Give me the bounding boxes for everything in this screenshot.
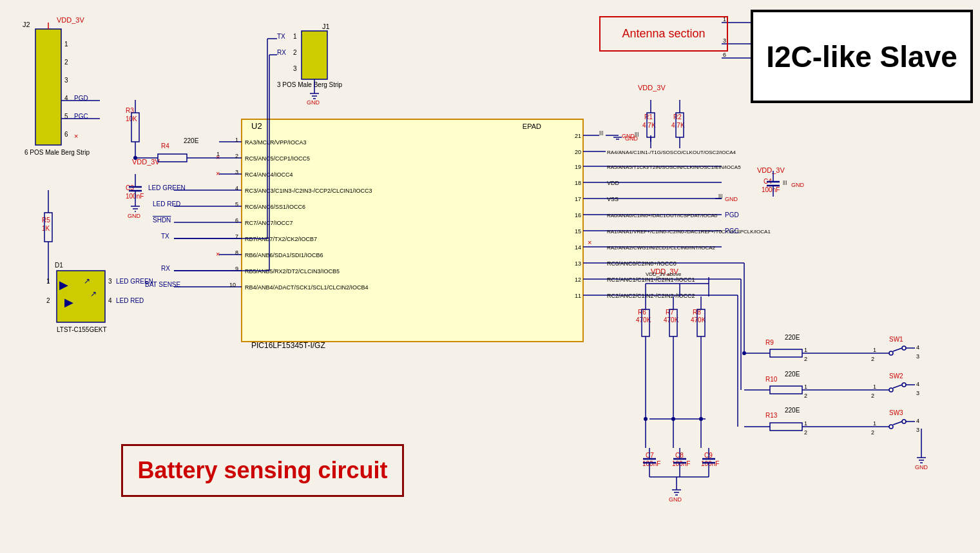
svg-text:1: 1 [64, 41, 68, 48]
svg-text:4: 4 [916, 418, 919, 424]
svg-text:17: 17 [575, 196, 581, 202]
svg-text:21: 21 [575, 133, 581, 139]
svg-text:LED RED: LED RED [153, 200, 180, 208]
svg-text:VDD_3V: VDD_3V [638, 84, 666, 92]
svg-text:4.7K: 4.7K [671, 122, 685, 129]
svg-text:3: 3 [293, 65, 297, 72]
svg-text:GND: GND [915, 464, 928, 471]
svg-text:R5: R5 [42, 217, 50, 224]
svg-point-304 [671, 417, 675, 421]
svg-text:EPAD: EPAD [523, 122, 541, 130]
svg-text:SW3: SW3 [889, 409, 903, 416]
svg-text:2: 2 [804, 356, 807, 362]
svg-text:470K: 470K [664, 316, 679, 324]
svg-text:12: 12 [575, 276, 581, 283]
svg-text:220E: 220E [785, 334, 800, 341]
svg-text:1: 1 [235, 137, 238, 143]
svg-text:SW2: SW2 [889, 373, 903, 380]
svg-text:GND: GND [669, 496, 682, 503]
svg-text:4: 4 [235, 185, 238, 191]
svg-text:|||: ||| [599, 130, 603, 135]
svg-text:R2: R2 [673, 113, 682, 121]
svg-text:RA3/MCLR/VPP/IOCA3: RA3/MCLR/VPP/IOCA3 [245, 139, 307, 146]
svg-text:18: 18 [575, 180, 581, 186]
svg-text:RX: RX [277, 49, 286, 56]
svg-text:R4: R4 [161, 142, 169, 150]
svg-text:×: × [216, 250, 220, 258]
svg-text:GND: GND [128, 213, 141, 219]
svg-rect-1 [242, 119, 583, 342]
svg-text:100nF: 100nF [126, 193, 144, 200]
svg-text:1K: 1K [42, 225, 50, 232]
svg-text:2: 2 [46, 297, 50, 304]
svg-text:2: 2 [293, 49, 297, 56]
battery-sensing-label: Battery sensing circuit [121, 444, 404, 497]
antenna-section-label: Antenna section [599, 16, 728, 52]
svg-text:PIC16LF15345T-I/GZ: PIC16LF15345T-I/GZ [251, 341, 325, 350]
svg-text:11: 11 [575, 293, 581, 299]
svg-text:GND: GND [625, 135, 639, 142]
svg-text:6: 6 [723, 52, 726, 58]
svg-text:1: 1 [873, 347, 876, 353]
svg-text:U2: U2 [251, 121, 262, 131]
svg-text:2: 2 [804, 429, 807, 436]
svg-text:LED RED: LED RED [116, 297, 144, 304]
svg-text:RC1/ANC1/C1IN1-/C2IN1-/IOCC1: RC1/ANC1/C1IN1-/C2IN1-/IOCC1 [607, 276, 695, 283]
svg-text:19: 19 [575, 164, 581, 170]
svg-point-302 [133, 156, 137, 160]
svg-text:3: 3 [916, 427, 919, 433]
svg-text:×: × [74, 132, 78, 140]
svg-text:SHDN: SHDN [153, 217, 171, 224]
svg-text:20: 20 [575, 149, 581, 155]
schematic-container: U2 PIC16LF15345T-I/GZ EPAD RA3/MCLR/VPP/… [0, 0, 980, 553]
svg-text:RB6/ANB6/SDA1/SDI1/IOCB6: RB6/ANB6/SDA1/SDI1/IOCB6 [245, 252, 323, 258]
svg-text:6 POS Male Berg Strip: 6 POS Male Berg Strip [24, 149, 90, 156]
svg-text:220E: 220E [785, 407, 800, 414]
svg-text:GND: GND [307, 99, 320, 106]
svg-text:VDD: VDD [607, 180, 620, 186]
svg-text:2: 2 [235, 153, 238, 159]
svg-text:J1: J1 [322, 23, 330, 30]
svg-text:100nF: 100nF [701, 460, 719, 467]
svg-text:TX: TX [277, 33, 285, 40]
svg-point-305 [699, 417, 703, 421]
svg-text:VDD_3V above: VDD_3V above [646, 271, 682, 277]
svg-text:↗: ↗ [90, 289, 97, 298]
svg-text:6: 6 [64, 131, 68, 138]
svg-text:3: 3 [916, 390, 919, 396]
svg-text:SW1: SW1 [889, 336, 903, 343]
svg-text:6: 6 [235, 217, 238, 224]
svg-text:RA4/ANA4/C1IN1-/T1G/SOSCO/CLKO: RA4/ANA4/C1IN1-/T1G/SOSCO/CLKOUT/OSC2/IO… [607, 150, 736, 155]
svg-text:▶: ▶ [59, 278, 68, 291]
svg-text:4: 4 [916, 381, 919, 387]
svg-text:1: 1 [873, 383, 876, 390]
svg-text:×: × [216, 170, 220, 177]
svg-text:J2: J2 [23, 21, 30, 28]
svg-text:RA1/ANA1/VREF+/C1IN0-/C2IN0-/D: RA1/ANA1/VREF+/C1IN0-/C2IN0-/DAC1REF+/T0… [607, 229, 771, 235]
svg-text:100nF: 100nF [762, 186, 780, 193]
svg-text:470K: 470K [691, 316, 706, 324]
svg-text:PGC: PGC [725, 228, 739, 235]
i2c-slave-label: I2C-like Slave [751, 10, 973, 103]
svg-text:RA2/ANA2/CWG1IN/ZCD1/CLCIN0/IN: RA2/ANA2/CWG1IN/ZCD1/CLCIN0/INT/IOCA2 [607, 245, 716, 251]
svg-text:10: 10 [229, 282, 236, 288]
svg-text:R1: R1 [644, 113, 653, 121]
svg-text:2: 2 [871, 429, 874, 436]
svg-text:3: 3 [235, 169, 238, 175]
svg-rect-92 [35, 29, 61, 145]
svg-text:|||: ||| [783, 179, 787, 185]
svg-text:RC6/ANC6/SS1/IOCC6: RC6/ANC6/SS1/IOCC6 [245, 204, 305, 210]
svg-text:470K: 470K [636, 316, 651, 324]
svg-text:4: 4 [916, 344, 919, 351]
svg-text:220E: 220E [184, 137, 199, 144]
svg-text:RA0/ANA0/C1IN0+/DAC1OUT/ICSPDA: RA0/ANA0/C1IN0+/DAC1OUT/ICSPDAT/IOCA0 [607, 213, 718, 218]
svg-text:8: 8 [235, 249, 238, 256]
svg-text:LTST-C155GEKT: LTST-C155GEKT [57, 326, 107, 333]
svg-text:13: 13 [575, 260, 581, 267]
svg-text:16: 16 [575, 212, 581, 218]
svg-text:RA5/ANA5/T1CKI/T2IN/SOSCIN/CLK: RA5/ANA5/T1CKI/T2IN/SOSCIN/CLKIN/OSC1/EI… [607, 164, 741, 170]
svg-point-306 [742, 351, 746, 355]
svg-text:2: 2 [804, 393, 807, 399]
svg-text:4: 4 [108, 297, 112, 304]
svg-text:220E: 220E [785, 371, 800, 378]
